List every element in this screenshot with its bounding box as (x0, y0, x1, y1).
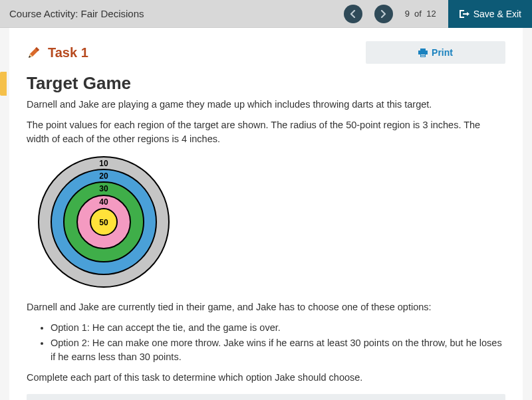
svg-rect-4 (421, 56, 425, 56)
page-content: Task 1 Print Target Game Darnell and Jak… (9, 28, 523, 400)
ring-30-label: 30 (99, 184, 108, 193)
print-icon (418, 49, 428, 57)
topbar: Course Activity: Fair Decisions 9 of 12 … (0, 0, 532, 28)
prev-button[interactable] (344, 5, 362, 23)
point-values-text: The point values for each region of the … (27, 118, 505, 146)
intro-text: Darnell and Jake are playing a game they… (27, 98, 505, 112)
svg-rect-3 (421, 54, 425, 55)
ring-20-label: 20 (99, 171, 108, 181)
page-title: Target Game (27, 73, 505, 94)
options-list: Option 1: He can accept the tie, and the… (27, 321, 505, 364)
save-exit-button[interactable]: Save & Exit (448, 0, 532, 28)
exit-icon (459, 9, 469, 19)
chevron-left-icon (350, 10, 356, 18)
svg-rect-2 (420, 54, 426, 57)
option-2: Option 2: He can make one more throw. Ja… (51, 336, 505, 364)
task-number: Task 1 (48, 45, 88, 60)
svg-rect-0 (420, 49, 426, 50)
tied-text: Darnell and Jake are currently tied in t… (27, 300, 505, 314)
target-diagram: 10 20 30 40 50 (28, 153, 505, 291)
task-label: Task 1 (27, 45, 88, 60)
save-exit-label: Save & Exit (473, 9, 521, 19)
prompt-text: Complete each part of this task to deter… (27, 371, 505, 385)
next-button[interactable] (374, 5, 393, 23)
ring-50-label: 50 (99, 218, 108, 227)
print-label: Print (432, 47, 453, 58)
ring-10-label: 10 (99, 159, 108, 168)
page-indicator: 9 of 12 (405, 9, 436, 19)
pencil-icon (27, 45, 41, 60)
ring-40-label: 40 (99, 197, 108, 207)
side-tab[interactable] (0, 72, 7, 96)
task-header-row: Task 1 Print (27, 41, 505, 64)
print-button[interactable]: Print (366, 41, 505, 64)
course-title: Course Activity: Fair Decisions (9, 8, 344, 19)
part-a-box: Part A (27, 394, 505, 400)
option-1: Option 1: He can accept the tie, and the… (51, 321, 505, 335)
chevron-right-icon (380, 10, 386, 18)
